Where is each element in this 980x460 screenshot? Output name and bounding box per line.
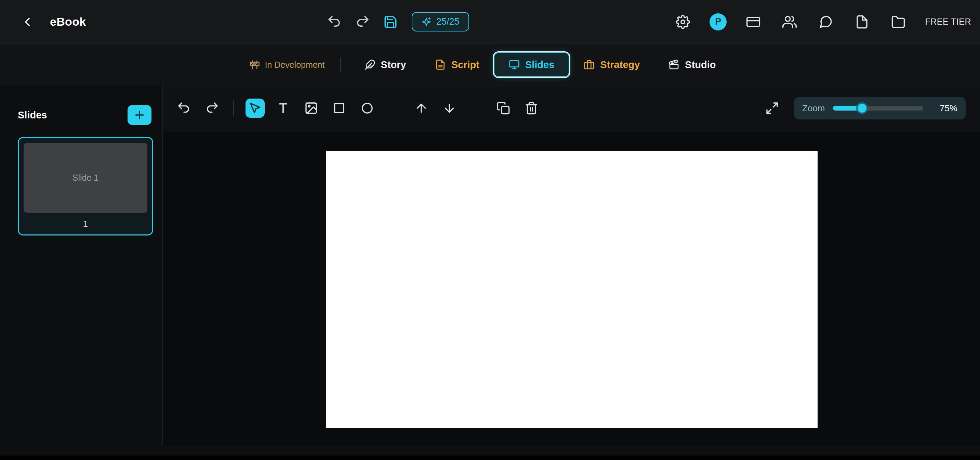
image-icon [304, 101, 318, 115]
members-button[interactable] [780, 12, 799, 32]
file-text-icon [435, 59, 446, 70]
tab-story[interactable]: Story [350, 53, 421, 77]
monitor-icon [509, 59, 520, 70]
construction-icon [250, 59, 260, 70]
slides-sidebar: Slides Slide 1 1 [0, 86, 163, 446]
zoom-value: 75% [931, 103, 958, 113]
add-slide-button[interactable] [127, 105, 151, 125]
arrow-up-icon [414, 101, 428, 115]
text-tool-button[interactable]: T [274, 99, 293, 118]
redo-icon [205, 101, 219, 115]
speech-bubble-icon [819, 15, 833, 29]
avatar[interactable]: P [710, 13, 727, 30]
tab-strategy[interactable]: Strategy [570, 53, 654, 77]
credits-count: 25/25 [436, 16, 460, 27]
trash-icon [525, 101, 538, 115]
copy-icon [496, 101, 510, 115]
zoom-label: Zoom [802, 103, 825, 113]
slide-number: 1 [24, 219, 147, 229]
slide-thumbnail-label: Slide 1 [73, 173, 99, 183]
redo-button[interactable] [353, 12, 372, 32]
plus-icon [134, 109, 146, 121]
fullscreen-button[interactable] [762, 99, 782, 118]
top-bar-right: P FREE TIER [673, 12, 980, 32]
tab-script[interactable]: Script [421, 53, 494, 77]
text-tool-glyph: T [279, 101, 287, 115]
sidebar-header: Slides [0, 105, 162, 125]
duplicate-button[interactable] [494, 99, 513, 118]
top-bar-left: eBook [0, 12, 86, 32]
back-button[interactable] [18, 12, 37, 32]
tab-label: Strategy [600, 59, 640, 70]
rectangle-tool-button[interactable] [329, 99, 349, 118]
editor-toolbar: T [163, 86, 980, 131]
canvas-area [163, 131, 980, 446]
footer-strip [0, 446, 980, 455]
credit-card-icon [746, 15, 760, 29]
gear-icon [676, 15, 690, 29]
file-icon [855, 15, 869, 29]
save-button[interactable] [381, 12, 400, 32]
tab-label: Slides [525, 59, 554, 70]
dev-status: In Development [250, 59, 325, 70]
page-title: eBook [50, 15, 86, 29]
chevron-left-icon [20, 15, 35, 29]
app-window: eBook 25/25 P [0, 0, 980, 460]
users-icon [782, 15, 797, 29]
billing-button[interactable] [744, 12, 763, 32]
tabbar-divider [340, 58, 340, 72]
top-bar: eBook 25/25 P [0, 0, 980, 44]
canvas-undo-button[interactable] [174, 99, 194, 118]
body: Slides Slide 1 1 [0, 86, 980, 446]
tab-studio[interactable]: Studio [654, 53, 730, 77]
undo-button[interactable] [325, 12, 344, 32]
top-bar-center: 25/25 [325, 0, 469, 43]
tier-badge: FREE TIER [925, 17, 971, 27]
image-tool-button[interactable] [302, 99, 321, 118]
undo-icon [177, 101, 191, 115]
expand-icon [765, 101, 779, 115]
select-tool-button[interactable] [245, 99, 265, 118]
editor-main: T [163, 86, 980, 446]
clapperboard-icon [668, 59, 679, 70]
tab-label: Story [381, 59, 406, 70]
dev-status-label: In Development [265, 60, 325, 70]
delete-button[interactable] [522, 99, 541, 118]
slide-canvas[interactable] [326, 151, 818, 428]
chat-button[interactable] [816, 12, 835, 32]
move-down-button[interactable] [440, 99, 459, 118]
mode-tab-bar: In Development Story Script Slides Strat… [0, 44, 980, 86]
projects-button[interactable] [889, 12, 908, 32]
slide-card[interactable]: Slide 1 1 [18, 137, 153, 235]
tab-label: Script [451, 59, 479, 70]
quill-icon [364, 59, 375, 70]
slide-thumbnail: Slide 1 [24, 143, 147, 213]
move-up-button[interactable] [412, 99, 431, 118]
zoom-slider-thumb[interactable] [856, 102, 868, 114]
tab-label: Studio [685, 59, 716, 70]
circle-icon [360, 101, 374, 115]
tab-slides[interactable]: Slides [494, 53, 570, 77]
avatar-initial: P [715, 16, 721, 27]
toolbar-separator [233, 100, 234, 116]
folder-icon [891, 15, 905, 29]
save-icon [383, 15, 398, 29]
document-button[interactable] [853, 12, 872, 32]
briefcase-icon [584, 59, 595, 70]
arrow-down-icon [442, 101, 456, 115]
canvas-redo-button[interactable] [202, 99, 221, 118]
square-icon [332, 101, 346, 115]
zoom-control: Zoom 75% [794, 97, 966, 120]
ellipse-tool-button[interactable] [358, 99, 377, 118]
mouse-pointer-icon [248, 101, 262, 115]
zoom-slider[interactable] [833, 106, 923, 110]
settings-button[interactable] [673, 12, 692, 32]
sparkles-icon [421, 17, 431, 27]
credits-button[interactable]: 25/25 [412, 12, 469, 32]
redo-icon [355, 15, 370, 29]
sidebar-heading: Slides [18, 110, 47, 121]
undo-icon [327, 15, 342, 29]
toolbar-right: Zoom 75% [762, 97, 966, 120]
bottom-bar [0, 455, 980, 460]
